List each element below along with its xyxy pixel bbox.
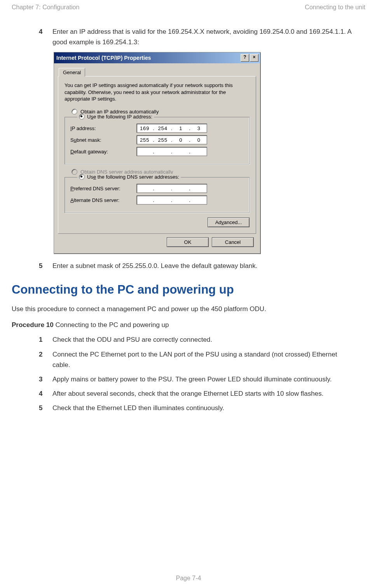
preferred-dns-input[interactable]: . . .: [136, 184, 207, 193]
step-number: 1: [39, 334, 52, 345]
page-footer: Page 7-4: [0, 575, 377, 582]
step-number: 4: [39, 26, 52, 47]
ip-octet: 169: [137, 125, 153, 131]
section-intro: Use this procedure to connect a manageme…: [12, 304, 354, 314]
proc-step-row: 1 Check that the ODU and PSU are correct…: [39, 334, 354, 345]
proc-step-row: 2 Connect the PC Ethernet port to the LA…: [39, 349, 354, 370]
proc-step-row: 3 Apply mains or battery power to the PS…: [39, 374, 354, 384]
step-text: Enter an IP address that is valid for th…: [52, 26, 354, 47]
dns-groupbox: Use the following DNS server addresses: …: [65, 177, 250, 213]
dialog-title: Internet Protocol (TCP/IP) Properties: [56, 55, 151, 61]
radio-icon: [79, 174, 85, 180]
ip-octet: 1: [173, 125, 189, 131]
advanced-button[interactable]: Advanced...: [208, 217, 250, 227]
ip-groupbox: Use the following IP address: IP address…: [65, 117, 250, 164]
dialog-titlebar: Internet Protocol (TCP/IP) Properties ? …: [54, 52, 260, 63]
default-gateway-label: Default gateway:: [70, 149, 136, 155]
ip-address-label: IP address:: [70, 125, 136, 131]
radio-use-ip[interactable]: Use the following IP address:: [87, 114, 152, 120]
ip-octet: 254: [155, 125, 171, 131]
procedure-number: Procedure 10: [12, 321, 54, 329]
tab-general[interactable]: General: [59, 68, 85, 77]
preferred-dns-label: Preferred DNS server:: [70, 186, 136, 191]
step-number: 3: [39, 374, 52, 384]
page-header: Chapter 7: Configuration Connecting to t…: [12, 4, 365, 11]
step-number: 5: [39, 403, 52, 413]
step-text: Connect the PC Ethernet port to the LAN …: [52, 349, 354, 370]
step-number: 5: [39, 261, 52, 271]
header-right: Connecting to the unit: [305, 4, 365, 11]
alternate-dns-input[interactable]: . . .: [136, 195, 207, 205]
ip-octet: 0: [173, 137, 189, 143]
subnet-mask-label: Subnet mask:: [70, 137, 136, 143]
section-heading: Connecting to the PC and powering up: [12, 283, 365, 297]
ip-address-input[interactable]: 169. 254. 1. 3: [136, 124, 207, 133]
step-text: Check that the Ethernet LED then illumin…: [52, 403, 354, 413]
help-button[interactable]: ?: [241, 54, 249, 62]
ip-octet: 0: [191, 137, 207, 143]
cancel-button[interactable]: Cancel: [212, 237, 254, 247]
step-5-row: 5 Enter a subnet mask of 255.255.0.0. Le…: [39, 261, 354, 271]
proc-step-row: 4 After about several seconds, check tha…: [39, 388, 354, 399]
step-number: 4: [39, 388, 52, 399]
alternate-dns-label: Alternate DNS server:: [70, 197, 136, 203]
step-4-row: 4 Enter an IP address that is valid for …: [39, 26, 354, 47]
tcpip-properties-dialog: Internet Protocol (TCP/IP) Properties ? …: [54, 52, 260, 254]
procedure-label: Procedure 10 Connecting to the PC and po…: [12, 321, 365, 329]
ok-button[interactable]: OK: [167, 237, 209, 247]
ip-octet: 255: [155, 137, 171, 143]
close-button[interactable]: ×: [250, 54, 258, 62]
radio-icon: [79, 114, 85, 120]
radio-icon: [72, 169, 77, 175]
ip-octet: 255: [137, 137, 153, 143]
dialog-description: You can get IP settings assigned automat…: [65, 82, 250, 103]
radio-icon: [72, 109, 77, 115]
ip-octet: 3: [191, 125, 207, 131]
step-text: After about several seconds, check that …: [52, 388, 354, 399]
procedure-title: Connecting to the PC and powering up: [54, 321, 169, 329]
default-gateway-input[interactable]: . . .: [136, 147, 207, 156]
step-text: Enter a subnet mask of 255.255.0.0. Leav…: [52, 261, 354, 271]
subnet-mask-input[interactable]: 255. 255. 0. 0: [136, 135, 207, 144]
radio-use-dns[interactable]: Use the following DNS server addresses:: [87, 174, 179, 180]
step-text: Check that the ODU and PSU are correctly…: [52, 334, 354, 345]
proc-step-row: 5 Check that the Ethernet LED then illum…: [39, 403, 354, 413]
header-left: Chapter 7: Configuration: [12, 4, 79, 11]
step-text: Apply mains or battery power to the PSU.…: [52, 374, 354, 384]
step-number: 2: [39, 349, 52, 370]
